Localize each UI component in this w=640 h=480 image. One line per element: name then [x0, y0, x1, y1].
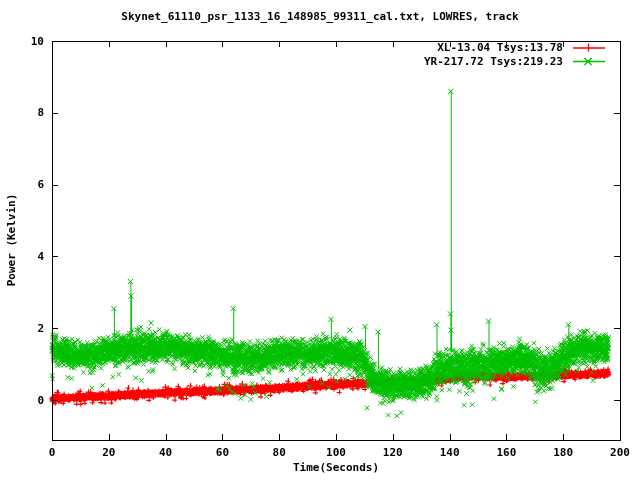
- x-tick-label: 100: [316, 446, 356, 459]
- x-tick-label: 200: [600, 446, 640, 459]
- chart-title: Skynet_61110_psr_1133_16_148985_99311_ca…: [0, 10, 640, 23]
- x-tick-label: 180: [543, 446, 583, 459]
- x-tick-label: 20: [89, 446, 129, 459]
- y-tick-label: 4: [8, 250, 44, 263]
- legend-entry-yr: YR-217.72 Tsys:219.23: [424, 55, 563, 69]
- chart-figure: Skynet_61110_psr_1133_16_148985_99311_ca…: [0, 0, 640, 480]
- y-tick-label: 2: [8, 322, 44, 335]
- x-tick-label: 40: [146, 446, 186, 459]
- y-tick-label: 6: [8, 178, 44, 191]
- x-tick-label: 80: [259, 446, 299, 459]
- x-tick-label: 60: [202, 446, 242, 459]
- y-tick-label: 0: [8, 394, 44, 407]
- x-tick-label: 0: [32, 446, 72, 459]
- plot-canvas: [0, 0, 640, 480]
- x-tick-label: 120: [373, 446, 413, 459]
- legend: XL-13.04 Tsys:13.78 YR-217.72 Tsys:219.2…: [424, 41, 563, 68]
- legend-entry-xl: XL-13.04 Tsys:13.78: [424, 41, 563, 55]
- y-axis-label: Power (Kelvin): [5, 194, 18, 287]
- y-tick-label: 8: [8, 106, 44, 119]
- x-tick-label: 160: [486, 446, 526, 459]
- y-tick-label: 10: [8, 35, 44, 48]
- x-tick-label: 140: [430, 446, 470, 459]
- x-axis-label: Time(Seconds): [0, 461, 640, 474]
